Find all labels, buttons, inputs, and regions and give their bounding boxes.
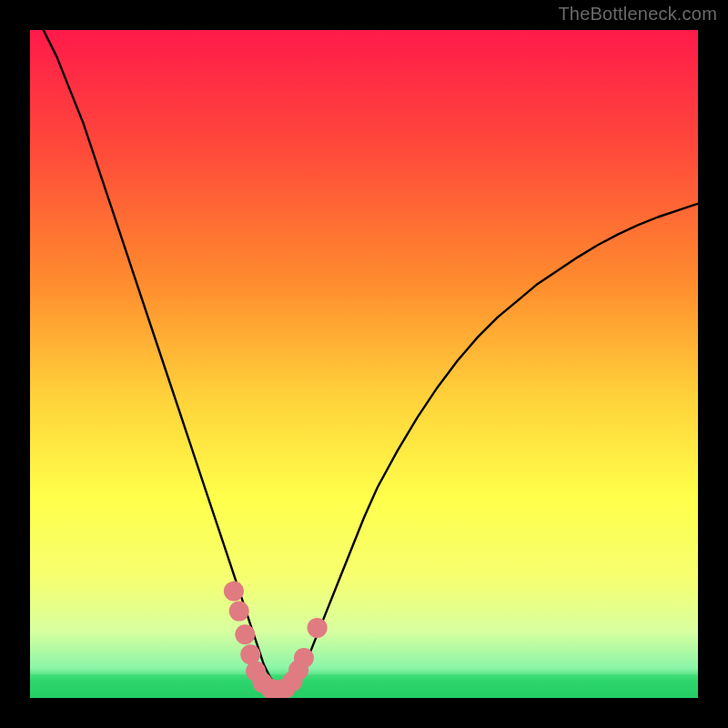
watermark-text: TheBottleneck.com: [558, 4, 717, 25]
plot-svg: [30, 30, 698, 698]
curve-marker: [229, 602, 249, 622]
plot-area: [30, 30, 698, 698]
background-rect: [30, 30, 698, 698]
curve-marker: [224, 581, 244, 602]
curve-marker: [235, 624, 255, 644]
curve-marker: [308, 618, 328, 638]
curve-marker: [294, 648, 314, 668]
chart-frame: TheBottleneck.com: [0, 0, 728, 728]
green-band: [30, 674, 698, 698]
